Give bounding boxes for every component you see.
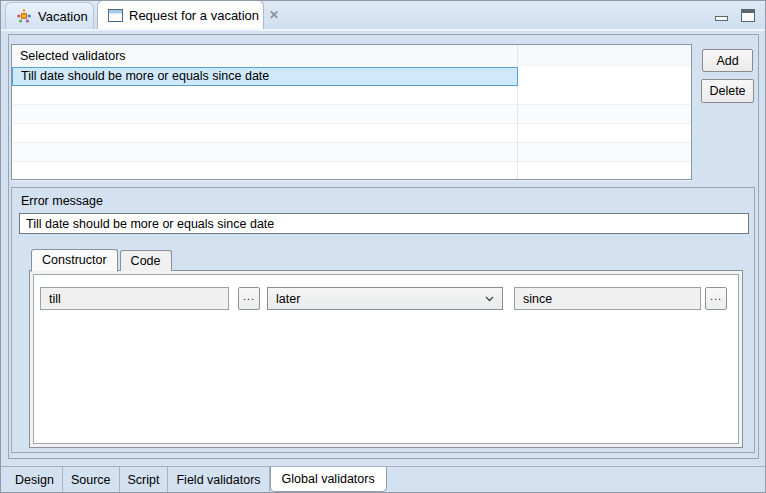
table-row-empty	[12, 143, 691, 162]
table-row-empty	[12, 86, 691, 105]
left-operand-browse-button[interactable]: ...	[238, 287, 260, 310]
table-row-empty	[12, 162, 691, 181]
editor-tab-label: Vacation	[38, 9, 88, 24]
editor-window: Vacation Request for a vacation ✕ Select…	[0, 0, 766, 493]
close-icon[interactable]: ✕	[269, 8, 279, 22]
tab-constructor[interactable]: Constructor	[31, 249, 118, 272]
tab-global-validators[interactable]: Global validators	[270, 467, 387, 492]
tab-code[interactable]: Code	[120, 250, 172, 271]
right-operand-browse-button[interactable]: ...	[705, 287, 727, 310]
tab-script[interactable]: Script	[120, 467, 169, 492]
minimize-icon[interactable]	[715, 16, 728, 21]
constructor-panel: ... later ...	[29, 270, 743, 448]
table-row-empty	[12, 124, 691, 143]
error-message-input[interactable]	[19, 213, 749, 234]
maximize-icon[interactable]	[741, 9, 755, 22]
view-window-controls	[715, 9, 755, 22]
tab-source[interactable]: Source	[63, 467, 120, 492]
table-row-empty	[12, 105, 691, 124]
editor-tab-label: Request for a vacation	[129, 8, 259, 23]
table-row-selected[interactable]: Till date should be more or equals since…	[12, 67, 691, 86]
operator-select[interactable]: later	[267, 287, 503, 310]
left-operand-field[interactable]	[40, 287, 229, 310]
editor-tab-request-for-a-vacation[interactable]: Request for a vacation ✕	[97, 0, 264, 29]
table-header: Selected validators	[12, 45, 691, 67]
constructor-canvas: ... later ...	[33, 274, 739, 444]
error-message-group: Error message Constructor Code ... later	[11, 187, 755, 453]
selected-validators-table: Selected validators Till date should be …	[11, 44, 692, 180]
global-validators-page: Selected validators Till date should be …	[8, 34, 759, 459]
page-tabbar: Design Source Script Field validators Gl…	[1, 466, 765, 492]
tab-design[interactable]: Design	[7, 467, 63, 492]
error-message-label: Error message	[21, 194, 103, 208]
validator-editor-tabs: Constructor Code	[31, 248, 174, 271]
chevron-down-icon	[485, 296, 494, 302]
editor-tab-vacation[interactable]: Vacation	[5, 2, 94, 29]
add-button[interactable]: Add	[702, 49, 753, 72]
table-cell: Till date should be more or equals since…	[12, 67, 518, 86]
right-operand-field[interactable]	[514, 287, 701, 310]
editor-tabbar: Vacation Request for a vacation ✕	[1, 1, 765, 31]
form-model-icon	[16, 8, 32, 24]
window-icon	[108, 9, 123, 22]
delete-button[interactable]: Delete	[701, 79, 754, 103]
table-column-divider	[517, 45, 518, 179]
operator-value: later	[276, 292, 300, 306]
tab-field-validators[interactable]: Field validators	[168, 467, 269, 492]
